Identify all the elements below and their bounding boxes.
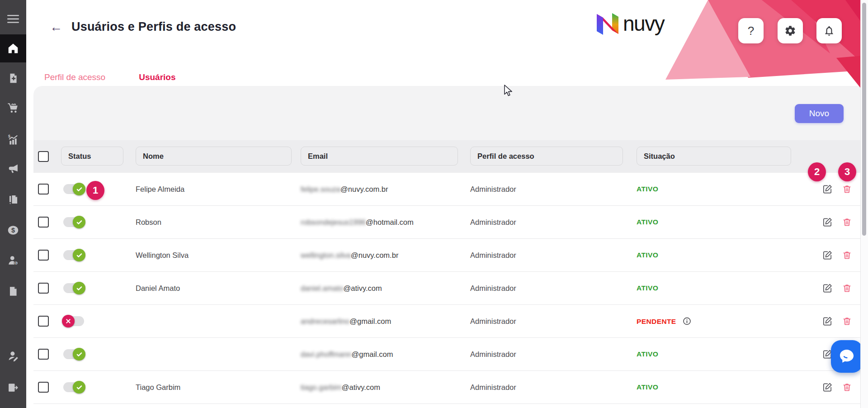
- edit-button[interactable]: [822, 316, 833, 327]
- table-body: Felipe Almeida felipe.souza@nuvy.com.br …: [33, 173, 861, 408]
- email-domain: @ativy.com: [342, 383, 380, 391]
- user-situation: ATIVO: [637, 350, 658, 358]
- status-toggle[interactable]: [63, 217, 84, 227]
- coin-icon: $: [7, 224, 19, 237]
- row-checkbox[interactable]: [38, 283, 49, 294]
- megaphone-icon: [7, 162, 19, 175]
- user-situation: ATIVO: [637, 185, 658, 193]
- chat-bubble-icon: [837, 347, 856, 366]
- table-row: Daniel Amato daniel.amato@ativy.com Admi…: [33, 272, 861, 305]
- sales-chart-icon: $: [7, 133, 19, 146]
- home-icon: [7, 42, 19, 55]
- delete-button[interactable]: [842, 284, 852, 293]
- email-local-blurred: robsondejesus1996: [301, 218, 366, 226]
- edit-button[interactable]: [822, 250, 833, 261]
- shopping-cart-icon: [7, 102, 19, 114]
- row-checkbox[interactable]: [38, 382, 49, 393]
- notifications-button[interactable]: [816, 18, 842, 43]
- check-icon: [73, 183, 85, 195]
- vertical-scrollbar[interactable]: [860, 0, 868, 408]
- sidebar-item-sales[interactable]: $: [0, 127, 26, 152]
- status-toggle[interactable]: [63, 349, 84, 359]
- sidebar-item-clients[interactable]: $: [0, 248, 26, 273]
- user-name: Felipe Almeida: [136, 185, 184, 194]
- delete-button[interactable]: [842, 251, 852, 260]
- annotation-badge-3: 3: [838, 162, 856, 181]
- sidebar-item-new-document[interactable]: [0, 66, 26, 91]
- sidebar: $ $ $: [0, 0, 26, 408]
- row-checkbox[interactable]: [38, 349, 49, 360]
- tab-perfil-de-acesso[interactable]: Perfil de acesso: [44, 72, 105, 82]
- user-situation: ATIVO: [637, 284, 658, 292]
- row-checkbox[interactable]: [38, 217, 49, 228]
- filter-situacao[interactable]: Situação: [637, 147, 791, 166]
- email-domain: @ativy.com: [343, 284, 382, 292]
- row-checkbox[interactable]: [38, 184, 49, 195]
- header-decoration: [656, 0, 868, 97]
- app-window: $ $ $: [0, 0, 868, 408]
- sidebar-item-home[interactable]: [0, 34, 26, 62]
- delete-button[interactable]: [842, 218, 852, 227]
- client-finance-icon: $: [7, 254, 19, 267]
- settings-button[interactable]: [778, 18, 803, 43]
- menu-icon[interactable]: [0, 6, 26, 32]
- email-domain: @gmail.com: [349, 317, 391, 325]
- trash-icon: [842, 317, 852, 326]
- status-toggle[interactable]: [63, 283, 84, 293]
- user-email: felipe.souza@nuvy.com.br: [301, 185, 388, 194]
- row-checkbox[interactable]: [38, 250, 49, 261]
- user-email: tiago.garbim@ativy.com: [301, 383, 380, 392]
- sidebar-item-orders[interactable]: [0, 95, 26, 121]
- user-name: Tiago Garbim: [136, 383, 180, 392]
- edit-button[interactable]: [822, 217, 833, 228]
- filter-nome[interactable]: Nome: [136, 147, 292, 166]
- filter-perfil[interactable]: Perfil de acesso: [470, 147, 623, 166]
- help-button[interactable]: ?: [738, 18, 764, 43]
- edit-button[interactable]: [822, 283, 833, 294]
- table-row: andrecesarlino@gmail.com Administrador P…: [33, 305, 861, 338]
- chat-launcher-button[interactable]: [831, 340, 863, 373]
- sidebar-item-logout[interactable]: [0, 375, 26, 400]
- sidebar-item-contracts[interactable]: [0, 187, 26, 212]
- row-checkbox[interactable]: [38, 316, 49, 327]
- filter-status[interactable]: Status: [61, 147, 123, 166]
- status-toggle[interactable]: [63, 184, 84, 194]
- user-edit-icon: [7, 350, 19, 362]
- svg-text:$: $: [8, 134, 10, 138]
- user-situation: ATIVO: [637, 218, 658, 226]
- new-user-button[interactable]: Novo: [795, 104, 844, 123]
- sidebar-item-files[interactable]: [0, 279, 26, 304]
- logout-icon: [7, 381, 19, 394]
- info-icon[interactable]: [682, 317, 692, 326]
- trash-icon: [842, 284, 852, 293]
- delete-button[interactable]: [842, 185, 852, 194]
- delete-button[interactable]: [842, 383, 852, 392]
- user-profile: Administrador: [470, 251, 516, 260]
- email-domain: @hotmail.com: [366, 218, 414, 226]
- user-profile: Administrador: [470, 350, 516, 359]
- scrollbar-thumb[interactable]: [862, 3, 866, 236]
- status-toggle[interactable]: [63, 250, 84, 260]
- status-toggle[interactable]: [63, 382, 84, 392]
- edit-icon: [822, 316, 833, 327]
- titlebar: ← Usuários e Perfis de acesso: [50, 20, 236, 34]
- sidebar-item-finance[interactable]: $: [0, 218, 26, 243]
- email-local-blurred: andrecesarlino: [301, 317, 349, 325]
- sidebar-item-account[interactable]: [0, 343, 26, 369]
- edit-button[interactable]: [822, 382, 833, 393]
- status-toggle[interactable]: [63, 316, 84, 326]
- user-profile: Administrador: [470, 185, 516, 194]
- check-icon: [73, 216, 85, 228]
- delete-button[interactable]: [842, 317, 852, 326]
- row-filler: [33, 404, 861, 408]
- tab-usuarios[interactable]: Usuários: [139, 72, 175, 82]
- user-profile: Administrador: [470, 284, 516, 293]
- filter-email[interactable]: Email: [301, 147, 458, 166]
- edit-button[interactable]: [822, 184, 833, 195]
- back-button[interactable]: ←: [50, 21, 62, 33]
- help-icon: ?: [748, 24, 754, 38]
- user-email: andrecesarlino@gmail.com: [301, 317, 391, 326]
- sidebar-item-marketing[interactable]: [0, 156, 26, 181]
- select-all-checkbox[interactable]: [38, 151, 49, 162]
- check-icon: [73, 282, 85, 294]
